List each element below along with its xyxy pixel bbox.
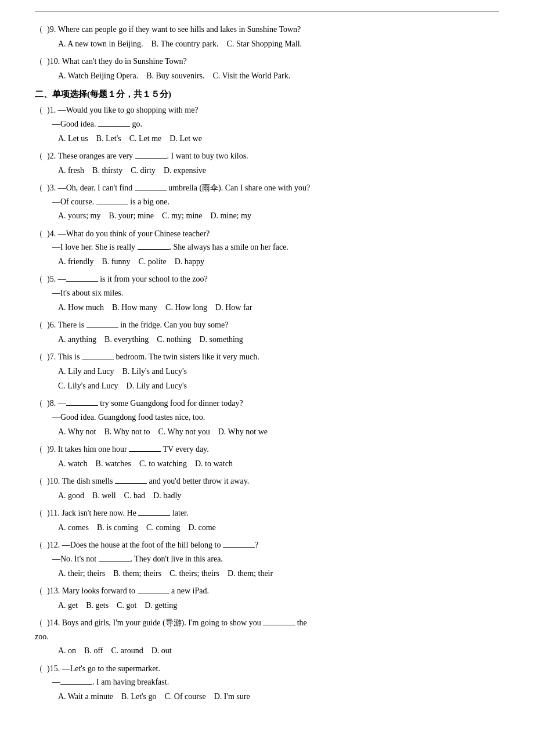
q2-12-block: （ )12. —Does the house at the foot of th… [35, 538, 499, 581]
blank [115, 483, 147, 484]
blank [223, 547, 255, 548]
q2-11-options: A. comes B. is coming C. coming D. come [35, 520, 499, 535]
q2-3-text2: —Of course. is a big one. [35, 195, 499, 209]
blank [138, 249, 169, 250]
q2-3-text1: （ )3. —Oh, dear. I can't find umbrella (… [35, 181, 499, 195]
q2-12-text2: —No. It's not . They don't live in this … [35, 552, 499, 566]
q2-6-text1: （ )6. There is in the fridge. Can you bu… [35, 318, 499, 332]
q2-6-options: A. anything B. everything C. nothing D. … [35, 332, 499, 347]
q2-3-block: （ )3. —Oh, dear. I can't find umbrella (… [35, 181, 499, 224]
blank [263, 625, 295, 625]
q2-4-text1: （ )4. —What do you think of your Chinese… [35, 227, 499, 241]
q2-10-options: A. good B. well C. bad D. badly [35, 488, 499, 503]
q2-10-block: （ )10. The dish smells and you'd better … [35, 474, 499, 503]
blank [129, 451, 161, 452]
q2-3-options: A. yours; my B. your; mine C. my; mine D… [35, 208, 499, 223]
blank [82, 359, 114, 359]
q2-8-options: A. Why not B. Why not to C. Why not you … [35, 424, 499, 439]
q2-9-block: （ )9. It takes him one hour TV every day… [35, 442, 499, 471]
q2-8-block: （ )8. — try some Guangdong food for dinn… [35, 397, 499, 439]
q2-9-text1: （ )9. It takes him one hour TV every day… [35, 442, 499, 456]
blank [98, 126, 130, 127]
q2-15-text1: （ )15. —Let's go to the supermarket. [35, 662, 499, 676]
blank [99, 561, 131, 561]
q2-7-options2: C. Lily's and Lucy D. Lily and Lucy's [35, 379, 499, 393]
blank [138, 593, 169, 593]
q2-15-text2: —. I am having breakfast. [35, 675, 499, 689]
section2-header: 二、单项选择(每题１分，共１５分) [35, 89, 499, 100]
blank [66, 405, 98, 406]
q2-7-options1: A. Lily and Lucy B. Lily's and Lucy's [35, 364, 499, 379]
q2-12-text1: （ )12. —Does the house at the foot of th… [35, 538, 499, 552]
q2-1-text2: —Good idea. go. [35, 117, 499, 131]
blank [135, 190, 167, 190]
q1-9-text: （ )9. Where can people go if they want t… [35, 23, 499, 37]
blank [96, 204, 128, 204]
q2-14-options: A. on B. off C. around D. out [35, 643, 499, 658]
q2-11-block: （ )11. Jack isn't here now. He later. A.… [35, 506, 499, 535]
q2-8-text1: （ )8. — try some Guangdong food for dinn… [35, 397, 499, 411]
q2-5-text1: （ )5. — is it from your school to the zo… [35, 272, 499, 286]
q2-15-options: A. Wait a minute B. Let's go C. Of cours… [35, 689, 499, 704]
q1-10-block: （ )10. What can't they do in Sunshine To… [35, 55, 499, 83]
q2-12-options: A. their; theirs B. them; theirs C. thei… [35, 566, 499, 581]
q2-10-text1: （ )10. The dish smells and you'd better … [35, 474, 499, 488]
q2-4-block: （ )4. —What do you think of your Chinese… [35, 227, 499, 269]
blank [86, 327, 118, 327]
q2-8-text2: —Good idea. Guangdong food tastes nice, … [35, 411, 499, 424]
q2-4-text2: —I love her. She is really . She always … [35, 240, 499, 254]
q2-5-block: （ )5. — is it from your school to the zo… [35, 272, 499, 315]
q2-4-options: A. friendly B. funny C. polite D. happy [35, 254, 499, 269]
q2-6-block: （ )6. There is in the fridge. Can you bu… [35, 318, 499, 347]
q2-1-block: （ )1. —Would you like to go shopping wit… [35, 103, 499, 146]
q2-7-text1: （ )7. This is bedroom. The twin sisters … [35, 350, 499, 364]
q2-14-text2: zoo. [35, 630, 499, 644]
q2-2-text1: （ )2. These oranges are very . I want to… [35, 149, 499, 163]
top-divider [35, 12, 499, 12]
q2-1-text1: （ )1. —Would you like to go shopping wit… [35, 103, 499, 117]
q1-10-text: （ )10. What can't they do in Sunshine To… [35, 55, 499, 69]
q2-14-block: （ )14. Boys and girls, I'm your guide (导… [35, 616, 499, 658]
q1-9-block: （ )9. Where can people go if they want t… [35, 23, 499, 51]
q2-13-options: A. get B. gets C. got D. getting [35, 598, 499, 613]
q1-10-options: A. Watch Beijing Opera. B. Buy souvenirs… [35, 69, 499, 83]
blank [138, 515, 170, 516]
q2-5-text2: —It's about six miles. [35, 286, 499, 300]
q2-13-text1: （ )13. Mary looks forward to a new iPad. [35, 584, 499, 598]
q2-5-options: A. How much B. How many C. How long D. H… [35, 300, 499, 315]
blank [60, 684, 92, 685]
q2-1-options: A. Let us B. Let's C. Let me D. Let we [35, 131, 499, 146]
q2-13-block: （ )13. Mary looks forward to a new iPad.… [35, 584, 499, 613]
q2-9-options: A. watch B. watches C. to watching D. to… [35, 456, 499, 471]
q2-14-text1: （ )14. Boys and girls, I'm your guide (导… [35, 616, 499, 630]
q2-2-block: （ )2. These oranges are very . I want to… [35, 149, 499, 178]
blank [66, 281, 98, 282]
q2-2-options: A. fresh B. thirsty C. dirty D. expensiv… [35, 163, 499, 178]
q2-11-text1: （ )11. Jack isn't here now. He later. [35, 506, 499, 520]
q1-9-options: A. A new town in Beijing. B. The country… [35, 37, 499, 51]
q2-7-block: （ )7. This is bedroom. The twin sisters … [35, 350, 499, 393]
blank [135, 158, 167, 159]
q2-15-block: （ )15. —Let's go to the supermarket. —. … [35, 662, 499, 704]
